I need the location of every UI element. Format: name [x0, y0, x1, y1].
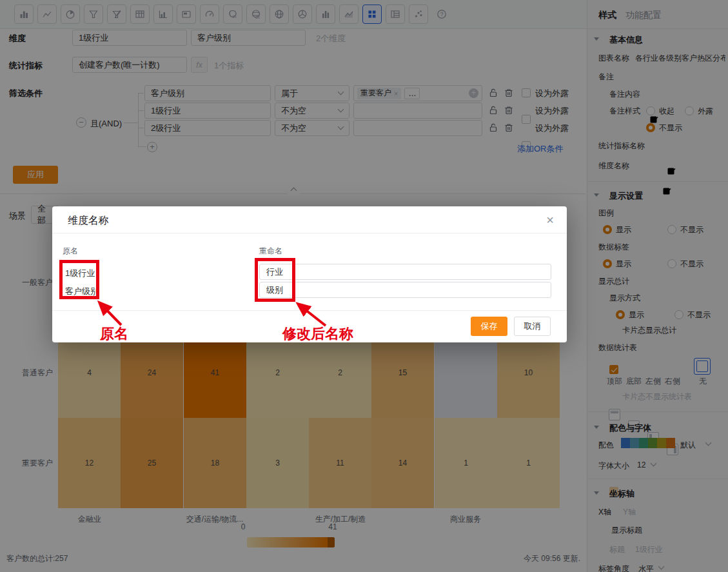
- cancel-button[interactable]: 取消: [514, 317, 551, 336]
- rename-input[interactable]: 行业: [259, 264, 551, 280]
- divider: [52, 310, 567, 311]
- dialog-title: 维度名称: [68, 214, 109, 228]
- rename-input[interactable]: 级别: [259, 282, 551, 298]
- annotation-text-renamed: 修改后名称: [282, 324, 353, 344]
- annotation-box-renamed-values: [255, 258, 295, 302]
- rename-column-label: 重命名: [259, 246, 282, 257]
- close-icon[interactable]: ×: [546, 213, 554, 226]
- annotation-text-original: 原名: [100, 324, 128, 344]
- original-name-column-label: 原名: [63, 246, 78, 257]
- dimension-name-dialog: 维度名称 × 原名 重命名 1级行业 客户级别 行业 级别 保存 取消: [52, 206, 567, 342]
- chart-designer-window: CNCN? 维度 1级行业 客户级别 2个维度 统计指标 创建客户数(唯一计数)…: [0, 0, 728, 572]
- save-button[interactable]: 保存: [471, 317, 507, 336]
- annotation-box-original-names: [59, 260, 99, 299]
- divider: [52, 233, 567, 233]
